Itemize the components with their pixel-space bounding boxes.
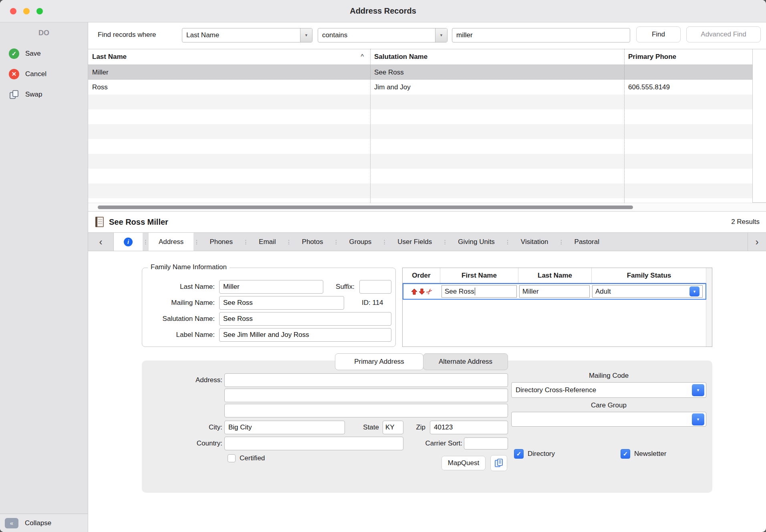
certified-checkbox[interactable]: ✓ — [228, 454, 236, 462]
search-input[interactable] — [452, 28, 630, 42]
tab-pastoral[interactable]: Pastoral — [564, 233, 609, 251]
vertical-scrollbar-track[interactable] — [706, 268, 712, 347]
column-divider — [624, 49, 625, 203]
column-header-salutation-name[interactable]: Salutation Name — [370, 49, 624, 64]
group-legend: Family Name Information — [148, 263, 230, 271]
country-field[interactable] — [224, 437, 403, 450]
horizontal-scrollbar-track[interactable] — [88, 203, 766, 211]
find-field-selected-value: Last Name — [182, 28, 300, 42]
delete-member-icon[interactable]: ✂ — [425, 286, 435, 296]
column-header-last-name: Last Name — [518, 268, 592, 283]
tab-info[interactable]: i — [114, 233, 143, 251]
member-first-name-field[interactable]: See Ross — [441, 285, 517, 298]
member-last-name-field[interactable]: Miller — [519, 285, 590, 298]
address-line2-field[interactable] — [224, 389, 508, 402]
city-label: City: — [166, 421, 222, 434]
family-members-table: Order First Name Last Name Family Status… — [402, 268, 712, 347]
horizontal-scrollbar-thumb[interactable] — [98, 206, 633, 209]
save-button[interactable]: ✓ Save — [0, 43, 88, 64]
info-icon: i — [124, 238, 133, 246]
cell-last-name: Miller — [88, 69, 370, 77]
city-field[interactable] — [224, 421, 345, 434]
table-row[interactable]: Miller See Ross — [88, 65, 752, 80]
mailing-code-label: Mailing Code — [511, 372, 706, 380]
suffix-field[interactable] — [359, 280, 391, 294]
sidebar: DO ✓ Save ✕ Cancel Swap « — [0, 22, 88, 532]
member-row-selected[interactable]: ✂ See Ross Miller Adult ▼ — [403, 283, 706, 300]
care-group-label: Care Group — [511, 401, 706, 409]
directory-checkbox[interactable]: ✓ — [514, 449, 524, 459]
collapse-chevrons-icon: « — [10, 520, 13, 526]
tab-separator-icon: ⋮ — [143, 233, 149, 251]
cell-salutation-name: Jim and Joy — [370, 83, 624, 91]
last-name-label: Last Name: — [142, 280, 217, 294]
column-header-primary-phone[interactable]: Primary Phone — [624, 49, 752, 64]
country-label: Country: — [166, 437, 222, 450]
collapse-button[interactable]: « — [5, 518, 18, 528]
table-row-empty — [88, 183, 752, 198]
address-line1-field[interactable] — [224, 373, 508, 387]
text-cursor — [475, 288, 475, 295]
check-circle-icon: ✓ — [9, 48, 19, 59]
tab-user-fields[interactable]: User Fields — [387, 233, 442, 251]
zip-field[interactable] — [430, 421, 508, 434]
tab-photos[interactable]: Photos — [292, 233, 333, 251]
tab-separator-icon: ⋮ — [558, 233, 564, 251]
address-book-icon — [95, 216, 104, 228]
table-row-empty — [88, 169, 752, 183]
find-button[interactable]: Find — [636, 26, 681, 42]
salutation-name-field[interactable] — [219, 312, 391, 326]
move-up-icon[interactable] — [411, 288, 417, 295]
copy-address-button[interactable] — [490, 455, 507, 471]
find-operator-select[interactable]: contains ▼ — [318, 28, 448, 42]
state-field[interactable] — [383, 421, 403, 434]
cancel-button[interactable]: ✕ Cancel — [0, 64, 88, 84]
mailing-code-select[interactable]: Directory Cross-Reference ▼ — [511, 382, 706, 398]
find-field-select[interactable]: Last Name ▼ — [182, 28, 312, 42]
move-down-icon[interactable] — [419, 288, 425, 295]
chevron-down-icon[interactable]: ▼ — [692, 384, 704, 396]
mapquest-button[interactable]: MapQuest — [441, 456, 486, 470]
copy-pages-icon — [494, 458, 503, 468]
directory-label: Directory — [528, 449, 555, 459]
chevron-down-icon[interactable]: ▼ — [692, 413, 704, 425]
carrier-sort-field[interactable] — [464, 437, 508, 449]
cell-salutation-name: See Ross — [370, 69, 624, 77]
vertical-scrollbar-track[interactable] — [752, 49, 766, 203]
tab-primary-address[interactable]: Primary Address — [335, 353, 423, 370]
tab-separator-icon: ⋮ — [286, 233, 292, 251]
label-name-field[interactable] — [219, 328, 391, 342]
newsletter-checkbox[interactable]: ✓ — [621, 449, 630, 459]
tab-address[interactable]: Address — [149, 233, 194, 251]
mailing-name-field[interactable] — [219, 296, 344, 310]
record-tab-strip: ‹ i ⋮ Address ⋮ Phones ⋮ Email ⋮ Photos … — [88, 232, 766, 251]
family-status-select[interactable]: Adult ▼ — [592, 285, 703, 298]
chevron-right-icon: › — [756, 236, 759, 248]
sidebar-header: DO — [0, 29, 88, 37]
column-header-order: Order — [403, 268, 440, 283]
address-line3-field[interactable] — [224, 404, 508, 417]
column-header-last-name[interactable]: Last Name ^ — [88, 49, 370, 64]
label-name-label: Label Name: — [142, 328, 217, 342]
mailing-code-selected-value: Directory Cross-Reference — [512, 386, 692, 394]
advanced-find-button[interactable]: Advanced Find — [686, 26, 761, 42]
swap-button[interactable]: Swap — [0, 84, 88, 105]
tab-groups[interactable]: Groups — [339, 233, 382, 251]
record-id: ID: 114 — [362, 296, 383, 310]
tab-giving-units[interactable]: Giving Units — [448, 233, 505, 251]
chevron-down-icon[interactable]: ▼ — [689, 286, 699, 296]
tab-alternate-address[interactable]: Alternate Address — [423, 353, 508, 370]
column-divider — [370, 49, 371, 203]
table-row-empty — [88, 198, 752, 203]
results-table-body: Miller See Ross Ross Jim and Joy 606.555… — [88, 65, 752, 203]
table-row[interactable]: Ross Jim and Joy 606.555.8149 — [88, 80, 752, 95]
tab-email[interactable]: Email — [249, 233, 286, 251]
tab-separator-icon: ⋮ — [333, 233, 339, 251]
tab-visitation[interactable]: Visitation — [511, 233, 558, 251]
table-row-empty — [88, 139, 752, 154]
tab-phones[interactable]: Phones — [200, 233, 243, 251]
care-group-select[interactable]: ▼ — [511, 412, 706, 427]
tabs-scroll-right-button[interactable]: › — [748, 233, 766, 251]
tabs-scroll-left-button[interactable]: ‹ — [88, 233, 114, 251]
chevron-down-icon: ▼ — [435, 28, 447, 42]
